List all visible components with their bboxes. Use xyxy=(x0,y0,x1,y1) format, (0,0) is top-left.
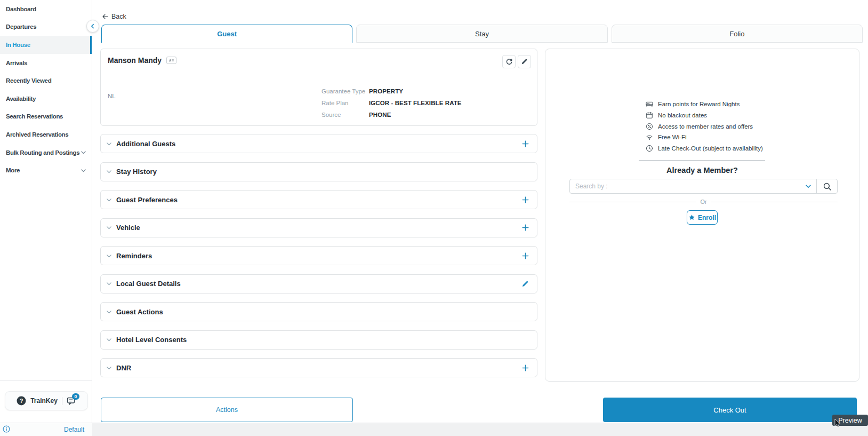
tab-guest[interactable]: Guest xyxy=(101,25,352,43)
field-label: Source xyxy=(322,112,369,118)
add-button[interactable] xyxy=(520,363,530,372)
clock-icon xyxy=(646,145,653,152)
member-search-input[interactable] xyxy=(570,179,805,193)
accordion-title: DNR xyxy=(116,364,131,372)
refresh-button[interactable] xyxy=(502,55,516,68)
sidebar-item-availability[interactable]: Availability xyxy=(0,90,92,108)
wifi-icon xyxy=(646,133,653,141)
benefit-item: No blackout dates xyxy=(646,110,763,121)
sidebar-item-dashboard[interactable]: Dashboard xyxy=(0,0,92,18)
tab-stay[interactable]: Stay xyxy=(356,25,607,43)
add-button[interactable] xyxy=(520,195,530,204)
sidebar-item-label: Departures xyxy=(6,23,36,30)
svg-text:?: ? xyxy=(20,398,23,404)
contact-card-icon[interactable] xyxy=(166,57,176,64)
benefit-item: Free Wi-Fi xyxy=(646,132,763,143)
accordion-dnr[interactable]: DNR xyxy=(100,358,537,377)
enroll-label: Enroll xyxy=(698,214,716,221)
guest-field-guarantee-type: Guarantee TypePROPERTY xyxy=(322,85,462,97)
star-icon xyxy=(688,214,695,221)
benefit-item: Late Check-Out (subject to availability) xyxy=(646,143,763,154)
back-label: Back xyxy=(111,13,126,20)
accordion-reminders[interactable]: Reminders xyxy=(100,246,537,265)
chevron-down-icon xyxy=(106,196,112,203)
chat-button[interactable]: 0 xyxy=(67,396,76,406)
sidebar-item-label: In House xyxy=(6,42,30,48)
accordion-vehicle[interactable]: Vehicle xyxy=(100,218,537,237)
benefit-text: Earn points for Reward Nights xyxy=(658,101,740,107)
sidebar-item-search-reservations[interactable]: Search Reservations xyxy=(0,108,92,126)
accordion-additional-guests[interactable]: Additional Guests xyxy=(100,134,537,153)
refresh-icon xyxy=(505,58,513,66)
benefit-text: Free Wi-Fi xyxy=(658,134,687,140)
benefits-list: Earn points for Reward NightsNo blackout… xyxy=(646,99,763,154)
actions-button[interactable]: Actions xyxy=(101,398,353,422)
sidebar-item-recently-viewed[interactable]: Recently Viewed xyxy=(0,72,92,90)
accordion-title: Guest Preferences xyxy=(116,196,178,204)
chevron-down-icon xyxy=(80,149,87,156)
guest-name: Manson Mandy xyxy=(108,56,162,65)
sidebar-collapse-button[interactable] xyxy=(86,20,99,33)
sidebar-item-more[interactable]: More xyxy=(0,161,92,179)
guest-field-rate-plan: Rate PlanIGCOR - BEST FLEXIBLE RATE xyxy=(322,97,462,109)
chevron-down-icon xyxy=(106,336,112,343)
accordion-guest-preferences[interactable]: Guest Preferences xyxy=(100,190,537,209)
membership-panel: Earn points for Reward NightsNo blackout… xyxy=(545,49,859,382)
calendar-icon xyxy=(646,112,653,119)
chevron-down-icon xyxy=(106,280,112,287)
guest-field-source: SourcePHONE xyxy=(322,109,462,121)
divider xyxy=(639,160,765,161)
benefit-text: Late Check-Out (subject to availability) xyxy=(658,145,763,152)
sidebar-item-label: Availability xyxy=(6,96,36,102)
trainkey-widget[interactable]: ? TrainKey 0 xyxy=(5,391,88,410)
search-icon xyxy=(823,182,832,191)
benefit-item: Access to member rates and offers xyxy=(646,121,763,132)
default-theme-link[interactable]: Default xyxy=(64,426,84,433)
sidebar-item-label: Arrivals xyxy=(6,60,27,66)
accordion-local-guest-details[interactable]: Local Guest Details xyxy=(100,274,537,294)
guest-info-card: Manson Mandy NL Guarantee TypePROPERTYRa… xyxy=(100,49,537,126)
accordion-guest-actions[interactable]: Guest Actions xyxy=(100,302,537,321)
field-value: PROPERTY xyxy=(369,88,403,94)
sidebar-item-bulk-routing-and-postings[interactable]: Bulk Routing and Postings xyxy=(0,144,92,162)
member-search-row xyxy=(569,179,838,194)
divider xyxy=(62,397,62,405)
guest-nationality: NL xyxy=(108,93,116,99)
add-button[interactable] xyxy=(520,251,530,260)
chevron-down-icon xyxy=(106,168,112,175)
chevron-down-icon xyxy=(805,183,812,190)
edit-guest-button[interactable] xyxy=(518,55,531,68)
preview-tooltip: Preview xyxy=(832,415,868,426)
tab-folio[interactable]: Folio xyxy=(612,25,863,43)
tab-bar: GuestStayFolio xyxy=(101,25,863,43)
sidebar-item-in-house[interactable]: In House xyxy=(0,36,92,54)
or-label: Or xyxy=(700,199,706,205)
accordion-title: Vehicle xyxy=(116,224,140,232)
footer-bar: Default xyxy=(0,423,868,436)
chevron-down-icon xyxy=(106,224,112,231)
add-button[interactable] xyxy=(520,223,530,233)
footer-main-strip xyxy=(92,423,868,436)
or-divider: Or xyxy=(569,199,838,205)
accordion-title: Hotel Level Consents xyxy=(116,336,187,344)
sidebar-item-arrivals[interactable]: Arrivals xyxy=(0,54,92,72)
enroll-button[interactable]: Enroll xyxy=(687,210,718,225)
member-search-button[interactable] xyxy=(817,179,837,193)
sidebar-bottom-section: ? TrainKey 0 xyxy=(0,380,92,423)
sidebar-item-departures[interactable]: Departures xyxy=(0,18,92,36)
search-by-dropdown[interactable] xyxy=(805,179,816,193)
accordion-stay-history[interactable]: Stay History xyxy=(100,162,537,181)
edit-button[interactable] xyxy=(520,279,530,289)
info-icon[interactable] xyxy=(3,425,10,433)
sidebar-item-archived-reservations[interactable]: Archived Reservations xyxy=(0,125,92,144)
accordion-title: Additional Guests xyxy=(116,140,175,148)
check-out-button[interactable]: Check Out xyxy=(603,398,857,422)
accordion-hotel-level-consents[interactable]: Hotel Level Consents xyxy=(100,330,537,350)
sidebar-item-label: Dashboard xyxy=(6,6,36,12)
back-button[interactable]: Back xyxy=(101,13,126,20)
add-button[interactable] xyxy=(520,139,530,148)
accordion-list: Additional GuestsStay HistoryGuest Prefe… xyxy=(100,134,537,377)
sidebar-item-label: Archived Reservations xyxy=(6,131,68,138)
sidebar-item-label: Search Reservations xyxy=(6,113,63,120)
guest-card-actions xyxy=(502,55,531,68)
